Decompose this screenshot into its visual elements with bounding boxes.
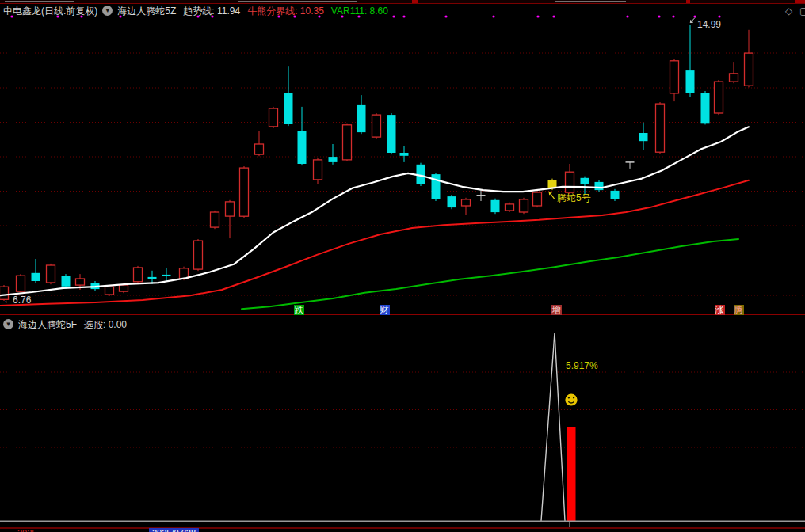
pane-diamond-icon[interactable]: ◇: [785, 6, 792, 17]
event-marker-zhang: 涨: [715, 305, 725, 315]
collapse-main-icon[interactable]: ▾: [102, 6, 113, 16]
smiley-icon: [565, 393, 577, 405]
readout-trend: 趋势线: 11.94: [183, 6, 240, 17]
sub-readout: 选股: 0.00: [84, 319, 127, 330]
top-toolbar-strip: [0, 0, 805, 4]
main-panel-header: 中电鑫龙(日线.前复权) ▾ 海边人腾蛇5Z 趋势线: 11.94 牛熊分界线:…: [3, 5, 388, 17]
collapse-sub-icon[interactable]: ▾: [3, 319, 13, 329]
year-label: 2025: [17, 528, 36, 532]
pct-annotation: 5.917%: [566, 360, 598, 371]
stock-title: 中电鑫龙(日线.前复权): [3, 6, 97, 17]
signal-label: 腾蛇5号: [557, 192, 591, 203]
main-indicator-title[interactable]: 海边人腾蛇5Z: [117, 6, 176, 17]
high-price-callout: 14.99: [697, 19, 721, 30]
event-marker-teng: 腾: [734, 305, 744, 315]
event-marker-cai: 财: [380, 305, 390, 315]
signal-bar: [567, 427, 576, 521]
selected-date[interactable]: 2025/07/28: [149, 528, 199, 532]
spike-shape: [541, 332, 565, 521]
low-price-callout: ←6.76: [3, 294, 31, 306]
sub-indicator-title[interactable]: 海边人腾蛇5F: [18, 319, 77, 330]
readout-var111: VAR111: 8.60: [331, 6, 388, 17]
event-marker-zeng: 增: [551, 305, 562, 315]
pane-square-icon[interactable]: ▢: [799, 6, 805, 17]
readout-bull-bear: 牛熊分界线: 10.35: [247, 6, 324, 17]
sub-panel-header: ▾ 海边人腾蛇5F 选股: 0.00: [3, 318, 127, 330]
date-axis[interactable]: 2025 2025/07/28: [0, 528, 805, 532]
trading-app-window: 中电鑫龙(日线.前复权) ▾ 海边人腾蛇5Z 趋势线: 11.94 牛熊分界线:…: [0, 0, 805, 532]
event-marker-die: 跌: [294, 305, 304, 315]
main-chart-canvas[interactable]: [0, 0, 805, 532]
